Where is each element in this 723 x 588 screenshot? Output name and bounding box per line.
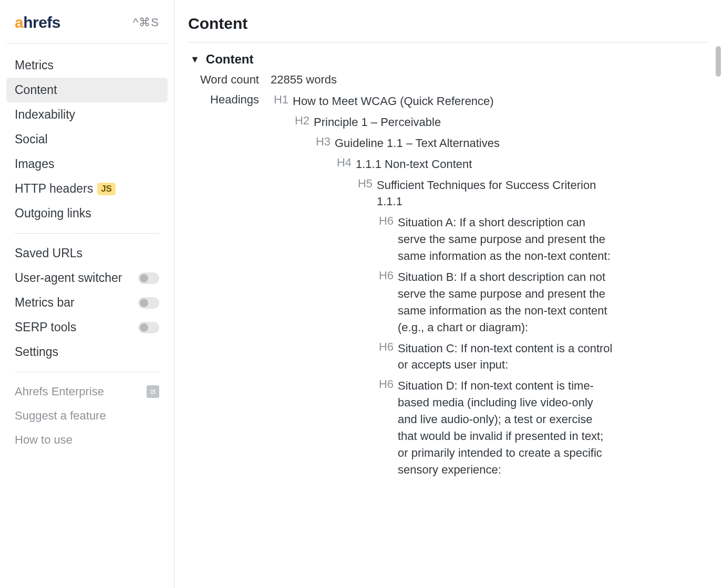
heading-text: How to Meet WCAG (Quick Reference): [293, 93, 494, 110]
disclosure-triangle-icon: ▼: [190, 54, 200, 65]
heading-item: H3 Guideline 1.1 – Text Alternatives: [271, 135, 709, 152]
toggle-user-agent-switcher: User-agent switcher: [6, 266, 168, 290]
heading-item: H6 Situation B: If a short description c…: [271, 269, 709, 336]
sidebar-header: ahrefs ^⌘S: [6, 10, 168, 44]
nav-content[interactable]: Content: [6, 78, 168, 102]
logo[interactable]: ahrefs: [15, 14, 60, 32]
page-title: Content: [188, 15, 709, 33]
section-toggle-content[interactable]: ▼ Content: [188, 48, 709, 73]
heading-text: Principle 1 – Perceivable: [314, 114, 441, 131]
toggle-label: Metrics bar: [15, 296, 75, 310]
toggle-metrics-bar: Metrics bar: [6, 290, 168, 315]
toggle-label: User-agent switcher: [15, 271, 122, 285]
footer-label: Ahrefs Enterprise: [15, 385, 104, 398]
footer-enterprise[interactable]: Ahrefs Enterprise: [6, 380, 168, 404]
headings-label: Headings: [188, 93, 259, 107]
word-count-label: Word count: [188, 73, 259, 87]
js-badge: JS: [97, 183, 116, 195]
toggle-switch[interactable]: [138, 322, 159, 333]
heading-text: Sufficient Techniques for Success Criter…: [377, 177, 613, 211]
nav-indexability[interactable]: Indexability: [6, 102, 168, 127]
heading-tag: H3: [313, 135, 330, 149]
scrollbar-thumb[interactable]: [716, 46, 721, 77]
logo-letter-a: a: [15, 14, 23, 31]
heading-item: H2 Principle 1 – Perceivable: [271, 114, 709, 131]
footer-label: How to use: [15, 433, 73, 447]
nav-social[interactable]: Social: [6, 127, 168, 152]
keyboard-shortcut: ^⌘S: [133, 16, 159, 29]
heading-tag: H1: [271, 93, 288, 107]
title-rule: [188, 42, 709, 43]
nav-metrics[interactable]: Metrics: [6, 53, 168, 78]
section-name: Content: [206, 52, 254, 67]
word-count-row: Word count 22855 words: [188, 73, 709, 87]
heading-tag: H6: [376, 214, 394, 228]
footer-label: Suggest a feature: [15, 409, 106, 423]
heading-text: Situation C: If non-text content is a co…: [398, 340, 613, 374]
nav-settings[interactable]: Settings: [6, 340, 168, 364]
heading-item: H1 How to Meet WCAG (Quick Reference): [271, 93, 709, 110]
toggle-serp-tools: SERP tools: [6, 315, 168, 340]
nav-label: HTTP headers: [15, 182, 93, 196]
heading-item: H6 Situation D: If non-text content is t…: [271, 377, 709, 478]
heading-tag: H6: [376, 340, 394, 354]
footer-suggest-feature[interactable]: Suggest a feature: [6, 404, 168, 428]
main-panel: Content ▼ Content Word count 22855 words…: [174, 0, 723, 588]
nav-label: Indexability: [15, 108, 75, 122]
heading-tag: H2: [292, 114, 309, 128]
word-count-value: 22855 words: [271, 73, 337, 87]
divider: [15, 372, 159, 372]
divider: [15, 233, 159, 234]
heading-tag: H6: [376, 269, 394, 282]
heading-item: H6 Situation A: If a short description c…: [271, 214, 709, 265]
heading-text: Situation A: If a short description can …: [398, 214, 613, 265]
toggle-switch[interactable]: [138, 272, 159, 284]
nav-label: Settings: [15, 345, 58, 359]
nav-label: Metrics: [15, 58, 54, 72]
logo-letters-rest: hrefs: [23, 14, 60, 31]
external-link-icon: [147, 385, 159, 398]
nav-images[interactable]: Images: [6, 152, 168, 176]
heading-tag: H5: [355, 177, 373, 191]
heading-tag: H6: [376, 377, 394, 391]
nav-outgoing-links[interactable]: Outgoing links: [6, 201, 168, 226]
nav-http-headers[interactable]: HTTP headers JS: [6, 176, 168, 201]
heading-text: 1.1.1 Non-text Content: [356, 156, 472, 173]
heading-text: Situation B: If a short description can …: [398, 269, 613, 336]
toggle-switch[interactable]: [138, 297, 159, 309]
nav-label: Images: [15, 157, 54, 171]
headings-list: H1 How to Meet WCAG (Quick Reference) H2…: [271, 93, 709, 482]
heading-item: H4 1.1.1 Non-text Content: [271, 156, 709, 173]
headings-row: Headings H1 How to Meet WCAG (Quick Refe…: [188, 93, 709, 482]
heading-text: Situation D: If non-text content is time…: [398, 377, 613, 478]
heading-text: Guideline 1.1 – Text Alternatives: [335, 135, 500, 152]
nav-label: Outgoing links: [15, 206, 91, 220]
nav-saved-urls[interactable]: Saved URLs: [6, 241, 168, 266]
sidebar: ahrefs ^⌘S Metrics Content Indexability …: [0, 0, 174, 588]
heading-item: H6 Situation C: If non-text content is a…: [271, 340, 709, 374]
nav-label: Saved URLs: [15, 246, 82, 260]
nav-label: Social: [15, 132, 48, 146]
heading-item: H5 Sufficient Techniques for Success Cri…: [271, 177, 709, 211]
nav-label: Content: [15, 83, 57, 97]
toggle-label: SERP tools: [15, 320, 76, 334]
footer-how-to-use[interactable]: How to use: [6, 428, 168, 452]
heading-tag: H4: [334, 156, 352, 170]
